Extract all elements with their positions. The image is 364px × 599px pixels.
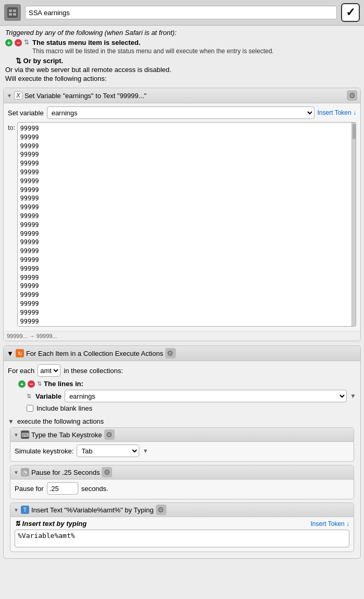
- scroll-thumb: [353, 124, 356, 139]
- text-insert-icon: T: [21, 506, 29, 514]
- top-bar: ✓: [0, 0, 364, 26]
- var-preview: 99999... → 99999...: [4, 331, 360, 341]
- foreach-header: ▼ ↻ For Each Item in a Collection Execut…: [4, 346, 360, 361]
- foreach-gear[interactable]: ⚙: [165, 348, 176, 358]
- foreach-icon: ↻: [16, 349, 24, 357]
- to-label-row: to: 99999 99999 99999 99999 99999 99999 …: [8, 121, 356, 328]
- type-tab-header: ▼ ⌨ Type the Tab Keystroke ⚙: [10, 428, 354, 442]
- pause-gear[interactable]: ⚙: [102, 467, 112, 477]
- svg-rect-0: [7, 7, 18, 18]
- pause-card: ▼ ◔ Pause for .25 Seconds ⚙ Pause for se…: [10, 465, 354, 499]
- status-menu-label: The status menu item is selected.: [32, 39, 140, 46]
- keystroke-dropdown-arrow: ▼: [142, 448, 148, 454]
- or-web: Or via the web server but all remote acc…: [5, 66, 359, 74]
- clock-icon: ◔: [21, 468, 29, 476]
- type-tab-body: Simulate keystroke: Tab ▼: [10, 442, 354, 461]
- insert-text-card: ▼ T Insert Text "%Variable%amt%" by Typi…: [10, 502, 354, 552]
- var-updown-icon: ⇅: [27, 393, 31, 400]
- insert-text-token-btn[interactable]: Insert Token ↓: [311, 520, 349, 528]
- svg-rect-4: [13, 13, 16, 16]
- insert-text-header: ▼ T Insert Text "%Variable%amt%" by Typi…: [10, 503, 354, 517]
- insert-text-textarea[interactable]: %Variable%amt%: [15, 530, 349, 547]
- set-variable-title: Set Variable "earnings" to Text "99999..…: [25, 92, 345, 100]
- variable-icon: X: [14, 91, 22, 100]
- simulate-label: Simulate keystroke:: [15, 447, 74, 455]
- var-dropdown-arrow: ▼: [350, 392, 356, 400]
- foreach-for-each-row: For each amt in these collections:: [8, 364, 356, 377]
- variable-label: Variable: [35, 392, 62, 400]
- remove-collection-btn[interactable]: −: [28, 380, 35, 388]
- trigger-section: Triggered by any of the following (when …: [0, 26, 364, 88]
- type-tab-gear[interactable]: ⚙: [104, 429, 115, 440]
- collapse-triangle[interactable]: ▼: [7, 93, 12, 99]
- variable-row: ⇅ Variable earnings ▼: [8, 390, 356, 402]
- lines-in-label: The lines in:: [44, 380, 83, 388]
- execute-triangle[interactable]: ▼: [8, 418, 14, 425]
- variable-value-select[interactable]: earnings: [65, 390, 347, 402]
- variable-name-select[interactable]: earnings: [47, 106, 314, 119]
- foreach-body: For each amt in these collections: + − ⇅…: [4, 361, 360, 558]
- set-variable-header: ▼ X Set Variable "earnings" to Text "999…: [4, 88, 360, 103]
- pause-body: Pause for seconds.: [10, 480, 354, 499]
- pause-value-input[interactable]: [47, 482, 78, 495]
- insert-text-label: ⇅ Insert text by typing: [15, 520, 87, 528]
- foreach-title: For Each Item in a Collection Execute Ac…: [26, 350, 163, 357]
- keyboard-icon: ⌨: [21, 430, 29, 439]
- insert-text-gear[interactable]: ⚙: [156, 505, 166, 515]
- lines-in-row: + − ⇅ The lines in:: [8, 380, 356, 388]
- svg-rect-2: [13, 9, 16, 12]
- pause-header: ▼ ◔ Pause for .25 Seconds ⚙: [10, 465, 354, 480]
- simulate-keystroke-row: Simulate keystroke: Tab ▼: [15, 445, 349, 457]
- type-tab-collapse[interactable]: ▼: [14, 432, 19, 438]
- foreach-card: ▼ ↻ For Each Item in a Collection Execut…: [3, 345, 361, 559]
- insert-text-collapse[interactable]: ▼: [14, 507, 19, 513]
- pause-title: Pause for .25 Seconds: [31, 469, 100, 476]
- app-icon: [4, 4, 21, 21]
- macro-title-input[interactable]: [25, 6, 337, 19]
- add-collection-btn[interactable]: +: [18, 380, 26, 388]
- updown-arrows-icon: ⇅: [37, 380, 42, 387]
- scroll-indicator: [351, 123, 356, 326]
- pause-collapse[interactable]: ▼: [14, 470, 19, 475]
- type-tab-title: Type the Tab Keystroke: [31, 431, 102, 439]
- execute-row: ▼ execute the following actions: [8, 415, 356, 427]
- execute-label: execute the following actions: [17, 417, 104, 425]
- set-variable-label: Set variable: [8, 109, 44, 117]
- foreach-collapse-triangle[interactable]: ▼: [7, 350, 14, 357]
- svg-rect-1: [9, 9, 12, 12]
- set-variable-body: Set variable earnings Insert Token ↓ to:…: [4, 103, 360, 331]
- blank-lines-row: Include blank lines: [8, 404, 356, 412]
- set-variable-card: ▼ X Set Variable "earnings" to Text "999…: [3, 88, 361, 341]
- insert-token-btn[interactable]: Insert Token ↓: [318, 109, 356, 116]
- svg-rect-3: [9, 13, 12, 16]
- variable-text-area[interactable]: 99999 99999 99999 99999 99999 99999 9999…: [18, 123, 351, 326]
- amt-select[interactable]: amt: [38, 364, 60, 377]
- status-desc: This macro will be listed in the status …: [5, 47, 359, 55]
- seconds-label: seconds.: [81, 485, 108, 493]
- insert-text-top-row: ⇅ Insert text by typing Insert Token ↓: [15, 520, 349, 528]
- trigger-row: + − ⇅ The status menu item is selected.: [5, 39, 359, 46]
- will-execute: Will execute the following actions:: [5, 75, 359, 82]
- pause-row: Pause for seconds.: [15, 482, 349, 495]
- confirm-button[interactable]: ✓: [341, 3, 360, 22]
- for-each-label: For each: [8, 367, 34, 375]
- trigger-title: Triggered by any of the following (when …: [5, 29, 359, 37]
- insert-text-title: Insert Text "%Variable%amt%" by Typing: [31, 506, 154, 514]
- include-blank-label: Include blank lines: [37, 404, 92, 412]
- add-trigger-btn[interactable]: +: [5, 39, 13, 46]
- set-var-row: Set variable earnings Insert Token ↓: [8, 106, 356, 119]
- remove-trigger-btn[interactable]: −: [15, 39, 22, 46]
- pause-label: Pause for: [15, 485, 44, 493]
- insert-text-body: ⇅ Insert text by typing Insert Token ↓ %…: [10, 517, 354, 552]
- include-blank-checkbox[interactable]: [27, 405, 33, 412]
- or-script: ⇅ Or by script.: [5, 57, 359, 65]
- type-tab-card: ▼ ⌨ Type the Tab Keystroke ⚙ Simulate ke…: [10, 427, 354, 462]
- set-variable-gear[interactable]: ⚙: [347, 90, 357, 101]
- updown-icon: ⇅: [24, 39, 29, 46]
- keystroke-select[interactable]: Tab: [77, 445, 139, 457]
- in-collections-label: in these collections:: [64, 367, 123, 375]
